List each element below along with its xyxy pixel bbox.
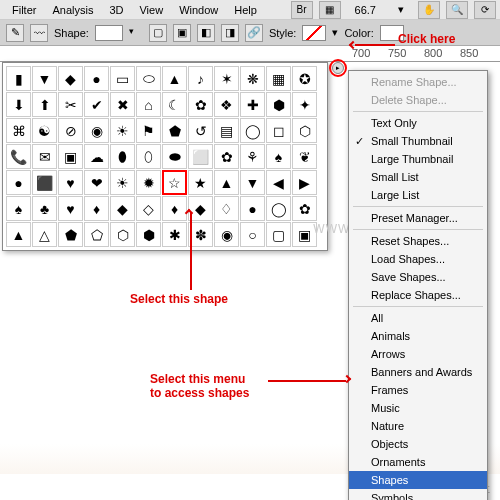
mode2-icon[interactable]: ▣ xyxy=(173,24,191,42)
shape-cell[interactable]: ⬮ xyxy=(110,144,135,169)
shape-cell[interactable]: ○ xyxy=(240,222,265,247)
menu-item[interactable]: Arrows xyxy=(349,345,487,363)
menu-3d[interactable]: 3D xyxy=(101,2,131,18)
menu-view[interactable]: View xyxy=(131,2,171,18)
bridge-icon[interactable]: Br xyxy=(291,1,313,19)
shape-cell[interactable]: ◯ xyxy=(266,196,291,221)
menu-item[interactable]: Symbols xyxy=(349,489,487,500)
shape-cell[interactable]: ⬡ xyxy=(292,118,317,143)
shape-cell[interactable]: ◉ xyxy=(214,222,239,247)
menu-item[interactable]: Load Shapes... xyxy=(349,250,487,268)
shape-cell[interactable]: ◆ xyxy=(110,196,135,221)
menu-item[interactable]: Large List xyxy=(349,186,487,204)
shape-cell[interactable]: ▲ xyxy=(162,66,187,91)
mode4-icon[interactable]: ◨ xyxy=(221,24,239,42)
shape-cell[interactable]: ☀ xyxy=(110,170,135,195)
shape-cell[interactable]: ⬛ xyxy=(32,170,57,195)
menu-item[interactable]: Small Thumbnail xyxy=(349,132,487,150)
hand-icon[interactable]: ✋ xyxy=(418,1,440,19)
shape-cell[interactable]: ▤ xyxy=(214,118,239,143)
shape-cell[interactable]: ✪ xyxy=(292,66,317,91)
shape-cell[interactable]: ▦ xyxy=(266,66,291,91)
menu-filter[interactable]: Filter xyxy=(4,2,44,18)
shape-cell[interactable]: ✔ xyxy=(84,92,109,117)
shape-cell[interactable]: ▶ xyxy=(292,170,317,195)
shape-cell[interactable]: ★ xyxy=(188,170,213,195)
shape-cell[interactable]: ↺ xyxy=(188,118,213,143)
shape-cell[interactable]: ⬡ xyxy=(110,222,135,247)
menu-window[interactable]: Window xyxy=(171,2,226,18)
shape-cell[interactable]: ✂ xyxy=(58,92,83,117)
freeform-icon[interactable]: 〰 xyxy=(30,24,48,42)
shape-cell[interactable]: ▣ xyxy=(58,144,83,169)
flyout-menu-button[interactable]: ▸ xyxy=(332,62,344,74)
shape-cell[interactable]: ♠ xyxy=(266,144,291,169)
menu-item[interactable]: Text Only xyxy=(349,114,487,132)
shape-cell[interactable]: ✦ xyxy=(292,92,317,117)
shape-cell[interactable]: ▲ xyxy=(214,170,239,195)
shape-cell[interactable]: ◯ xyxy=(240,118,265,143)
shape-cell[interactable]: ◇ xyxy=(136,196,161,221)
shape-cell[interactable]: ✱ xyxy=(162,222,187,247)
shape-cell[interactable]: ☁ xyxy=(84,144,109,169)
shape-cell[interactable]: ♠ xyxy=(6,196,31,221)
menu-item[interactable]: Shapes xyxy=(349,471,487,489)
shape-cell[interactable]: ● xyxy=(6,170,31,195)
shape-cell[interactable]: ☆ xyxy=(162,170,187,195)
shape-cell[interactable]: ♢ xyxy=(214,196,239,221)
shape-cell[interactable]: ♣ xyxy=(32,196,57,221)
rotate-icon[interactable]: ⟳ xyxy=(474,1,496,19)
menu-item[interactable]: Frames xyxy=(349,381,487,399)
menu-item[interactable]: Nature xyxy=(349,417,487,435)
shape-cell[interactable]: ⬠ xyxy=(84,222,109,247)
shape-cell[interactable]: ⬇ xyxy=(6,92,31,117)
shape-cell[interactable]: ❦ xyxy=(292,144,317,169)
shape-cell[interactable]: ◀ xyxy=(266,170,291,195)
shape-cell[interactable]: ❖ xyxy=(214,92,239,117)
shape-cell[interactable]: ⬬ xyxy=(162,144,187,169)
shape-picker[interactable] xyxy=(95,25,123,41)
shape-cell[interactable]: △ xyxy=(32,222,57,247)
shape-cell[interactable]: ⌂ xyxy=(136,92,161,117)
shape-cell[interactable]: ✹ xyxy=(136,170,161,195)
pen-tool-icon[interactable]: ✎ xyxy=(6,24,24,42)
menu-item[interactable]: Small List xyxy=(349,168,487,186)
shape-cell[interactable]: ✶ xyxy=(214,66,239,91)
mode1-icon[interactable]: ▢ xyxy=(149,24,167,42)
menu-item[interactable]: Banners and Awards xyxy=(349,363,487,381)
link-icon[interactable]: 🔗 xyxy=(245,24,263,42)
shape-cell[interactable]: ▭ xyxy=(110,66,135,91)
shape-cell[interactable]: ✉ xyxy=(32,144,57,169)
zoom-value[interactable]: 66.7 xyxy=(347,2,384,18)
shape-cell[interactable]: ☾ xyxy=(162,92,187,117)
history-icon[interactable]: ▦ xyxy=(319,1,341,19)
shape-cell[interactable]: ◻ xyxy=(266,118,291,143)
menu-item[interactable]: Music xyxy=(349,399,487,417)
shape-cell[interactable]: ⚘ xyxy=(240,144,265,169)
shape-cell[interactable]: ♪ xyxy=(188,66,213,91)
style-swatch[interactable] xyxy=(302,25,326,41)
shape-cell[interactable]: ⬟ xyxy=(162,118,187,143)
shape-cell[interactable]: ♥ xyxy=(58,196,83,221)
shape-cell[interactable]: ⬜ xyxy=(188,144,213,169)
shape-cell[interactable]: ✿ xyxy=(292,196,317,221)
menu-item[interactable]: All xyxy=(349,309,487,327)
shape-cell[interactable]: ☀ xyxy=(110,118,135,143)
shape-cell[interactable]: ♥ xyxy=(58,170,83,195)
shape-cell[interactable]: ● xyxy=(240,196,265,221)
shape-cell[interactable]: ▼ xyxy=(240,170,265,195)
shape-cell[interactable]: ⬢ xyxy=(266,92,291,117)
shape-cell[interactable]: 📞 xyxy=(6,144,31,169)
shape-cell[interactable]: ❤ xyxy=(84,170,109,195)
shape-cell[interactable]: ⬟ xyxy=(58,222,83,247)
shape-cell[interactable]: ♦ xyxy=(162,196,187,221)
shape-cell[interactable]: ✖ xyxy=(110,92,135,117)
shape-cell[interactable]: ▢ xyxy=(266,222,291,247)
shape-cell[interactable]: ● xyxy=(84,66,109,91)
shape-cell[interactable]: ☯ xyxy=(32,118,57,143)
shape-cell[interactable]: ❋ xyxy=(240,66,265,91)
menu-item[interactable]: Animals xyxy=(349,327,487,345)
shape-cell[interactable]: ♦ xyxy=(84,196,109,221)
shape-cell[interactable]: ▼ xyxy=(32,66,57,91)
shape-cell[interactable]: ▲ xyxy=(6,222,31,247)
